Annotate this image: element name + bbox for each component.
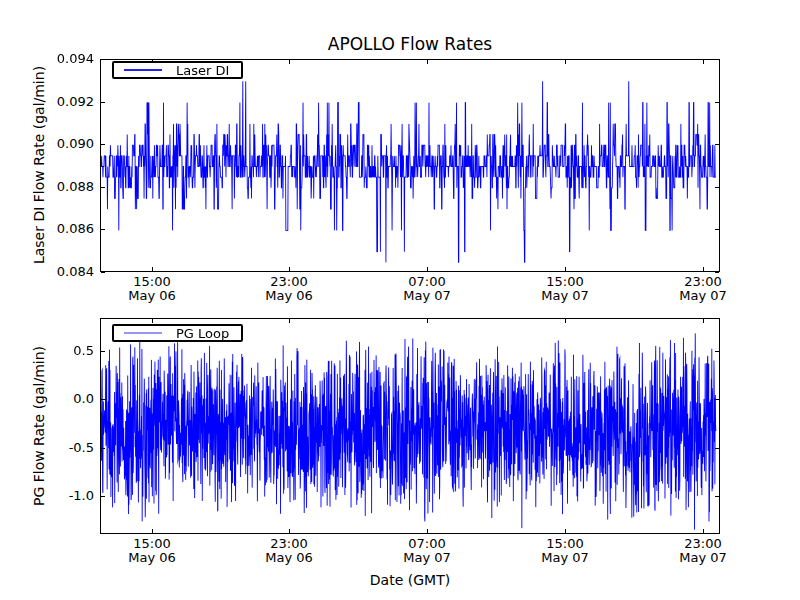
x-tick-mark	[703, 529, 704, 533]
x-tick-time: 23:00	[679, 275, 727, 289]
x-tick-time: 23:00	[679, 537, 727, 551]
y-tick-mark	[715, 59, 719, 60]
y-tick-mark	[101, 102, 105, 103]
x-tick-mark	[152, 319, 153, 323]
y-tick-mark	[101, 448, 105, 449]
x-tick-mark	[565, 529, 566, 533]
x-tick-label: 23:00May 06	[265, 275, 313, 303]
x-tick-label: 23:00May 07	[679, 537, 727, 565]
y-tick-mark	[715, 272, 719, 273]
figure-title: APOLLO Flow Rates	[328, 34, 492, 54]
x-tick-mark	[427, 319, 428, 323]
bottom-y-axis-label: PG Flow Rate (gal/min)	[31, 346, 47, 506]
legend-line-sample-icon	[124, 69, 162, 71]
x-tick-date: May 07	[679, 289, 727, 303]
x-axis-label: Date (GMT)	[370, 572, 450, 588]
x-tick-label: 23:00May 07	[679, 275, 727, 303]
bottom-plot-area: PG Loop	[100, 318, 720, 534]
x-tick-time: 15:00	[128, 275, 176, 289]
x-tick-mark	[427, 529, 428, 533]
x-tick-date: May 06	[128, 551, 176, 565]
x-tick-mark	[703, 267, 704, 271]
x-tick-mark	[289, 529, 290, 533]
x-tick-label: 07:00May 07	[403, 275, 451, 303]
x-tick-time: 15:00	[541, 537, 589, 551]
legend-line-sample-icon	[124, 332, 162, 334]
y-tick-mark	[101, 399, 105, 400]
top-plot-area: Laser DI	[100, 59, 720, 272]
x-tick-time: 07:00	[403, 537, 451, 551]
x-tick-mark	[565, 319, 566, 323]
legend-label: PG Loop	[176, 326, 229, 341]
y-tick-label: 0.094	[36, 51, 94, 66]
x-tick-mark	[152, 529, 153, 533]
y-tick-mark	[715, 496, 719, 497]
x-tick-date: May 07	[403, 551, 451, 565]
y-tick-mark	[715, 144, 719, 145]
x-tick-mark	[289, 60, 290, 64]
y-tick-mark	[715, 187, 719, 188]
laser-di-line-series	[101, 60, 721, 273]
x-tick-mark	[289, 319, 290, 323]
x-tick-label: 15:00May 07	[541, 537, 589, 565]
x-tick-mark	[427, 267, 428, 271]
x-tick-mark	[289, 267, 290, 271]
y-tick-label: 0.084	[36, 264, 94, 279]
y-tick-mark	[101, 229, 105, 230]
x-tick-date: May 06	[265, 551, 313, 565]
x-tick-date: May 07	[679, 551, 727, 565]
x-tick-date: May 07	[403, 289, 451, 303]
y-tick-label: 0.086	[36, 221, 94, 236]
y-tick-mark	[101, 272, 105, 273]
y-tick-mark	[101, 59, 105, 60]
y-tick-label: -1.0	[36, 488, 94, 503]
x-tick-date: May 07	[541, 551, 589, 565]
y-tick-mark	[101, 351, 105, 352]
x-tick-label: 15:00May 07	[541, 275, 589, 303]
y-tick-label: 0.5	[36, 343, 94, 358]
legend-label: Laser DI	[176, 63, 229, 78]
x-tick-mark	[565, 60, 566, 64]
x-tick-mark	[703, 60, 704, 64]
y-tick-label: -0.5	[36, 440, 94, 455]
x-tick-mark	[427, 60, 428, 64]
x-tick-time: 15:00	[128, 537, 176, 551]
x-tick-date: May 07	[541, 289, 589, 303]
x-tick-date: May 06	[128, 289, 176, 303]
y-tick-label: 0.092	[36, 94, 94, 109]
y-tick-mark	[715, 229, 719, 230]
y-tick-label: 0.0	[36, 391, 94, 406]
y-tick-label: 0.090	[36, 136, 94, 151]
y-tick-mark	[715, 448, 719, 449]
x-tick-mark	[565, 267, 566, 271]
x-tick-time: 23:00	[265, 275, 313, 289]
matplotlib-figure: APOLLO Flow Rates Laser DI Laser DI Flow…	[0, 0, 800, 600]
x-tick-label: 15:00May 06	[128, 275, 176, 303]
y-tick-mark	[101, 144, 105, 145]
x-tick-time: 07:00	[403, 275, 451, 289]
x-tick-label: 15:00May 06	[128, 537, 176, 565]
y-tick-mark	[101, 187, 105, 188]
y-tick-mark	[715, 399, 719, 400]
y-tick-mark	[715, 351, 719, 352]
x-tick-time: 23:00	[265, 537, 313, 551]
y-tick-label: 0.088	[36, 179, 94, 194]
x-tick-mark	[152, 267, 153, 271]
x-tick-date: May 06	[265, 289, 313, 303]
pg-loop-line-series	[101, 319, 721, 535]
legend-laser-di: Laser DI	[112, 61, 243, 79]
x-tick-mark	[703, 319, 704, 323]
y-tick-mark	[715, 102, 719, 103]
legend-pg-loop: PG Loop	[112, 324, 243, 342]
x-tick-label: 07:00May 07	[403, 537, 451, 565]
x-tick-label: 23:00May 06	[265, 537, 313, 565]
y-tick-mark	[101, 496, 105, 497]
x-tick-time: 15:00	[541, 275, 589, 289]
